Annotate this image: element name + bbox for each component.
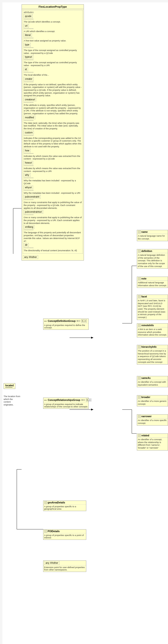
attr-dots-creator: ••••••••••	[24, 81, 82, 83]
attr-desc-xmllang: The language of this property and potent…	[24, 231, 82, 242]
main-type-box: FlexLocationPropType attributes qcode ••…	[22, 4, 84, 260]
broader-desc: An identifier of a more generic concept.	[137, 399, 168, 406]
main-box-title: FlexLocationPropType	[22, 4, 84, 9]
attr-desc-qcode: The QCode which identifies a concept.	[24, 20, 82, 24]
located-desc: The location from which the content orig…	[4, 395, 20, 406]
poi-details-box: □ POIDetails A group of properties speci…	[43, 529, 86, 540]
name-marker: □	[138, 231, 141, 233]
attr-name-xmllang: xmllang	[24, 225, 34, 229]
located-label: located	[5, 384, 14, 387]
concept-def-group-desc: A group of properties required to define…	[44, 323, 88, 330]
concept-rel-group-desc: A group of properties required to indica…	[44, 402, 88, 408]
attr-desc-type: The type of the concept assigned as cont…	[24, 49, 82, 54]
definition-desc: A natural language definition of the sem…	[137, 253, 168, 268]
narrower-label: narrower	[142, 415, 152, 418]
narrower-marker: □	[138, 415, 141, 418]
definition-label: definition	[142, 250, 152, 252]
name-box: □ name A natural language name for the c…	[137, 230, 168, 241]
attr-name-type: type	[24, 43, 31, 46]
concept-rel-group-label: ConceptRelationshipsGroup	[48, 399, 80, 402]
attr-how: how •••••••••• Indicates by which means …	[24, 149, 82, 160]
attributes-label: attributes	[24, 11, 82, 14]
related-marker: □	[138, 434, 141, 437]
located-box: located	[4, 383, 15, 389]
attr-dots-modified: ••••••••••	[24, 119, 82, 122]
attr-desc-modified: The date (and, optionally, the time) whe…	[24, 122, 82, 130]
remote-info-marker: □	[138, 324, 141, 327]
attr-dots-custom: ••••••••••	[24, 134, 82, 137]
attr-desc-literal: A free-text value assigned as property v…	[24, 40, 82, 42]
attr-qcode: qcode •••••••••• The QCode which identif…	[24, 14, 82, 24]
any-other-bottom-label: any ##other	[44, 561, 60, 565]
attr-type: type •••••••••• The type of the concept …	[24, 43, 82, 54]
attr-dots-dir: ••••••••••	[24, 247, 82, 249]
attr-dots-pubconstrainturi: ••••••••••	[24, 214, 82, 216]
concept-relationships-group-box: •••• ConceptRelationshipsGroup ⊞⊡ 0..∞ A…	[43, 398, 89, 409]
name-desc: A natural language name for the concept.	[137, 234, 168, 241]
attr-desc-whyuri: Why the metadata has been included - exp…	[24, 192, 82, 195]
note-label: note	[142, 277, 146, 280]
same-as-marker: □	[138, 377, 141, 379]
attr-name-custom: custom	[24, 131, 34, 134]
narrower-desc: An identifier of a more specific concept…	[137, 418, 168, 425]
poi-details-label: POIDetails	[48, 530, 60, 533]
geo-area-label: geoAreaDetails	[48, 501, 65, 504]
attr-name-modified: modified	[24, 116, 35, 119]
attr-name-how: how	[24, 149, 30, 152]
broader-marker: □	[138, 396, 141, 398]
facet-label: facet	[142, 295, 147, 298]
hierarchy-info-box: □ hierarchyInfo The position of a concep…	[137, 345, 168, 364]
attr-name-howuri: howuri	[24, 161, 33, 164]
attributes-section: attributes qcode •••••••••• The QCode wh…	[23, 10, 83, 254]
geo-area-desc: A group of properties specific to a geog…	[44, 504, 86, 511]
same-as-label: sameAs	[142, 377, 150, 379]
attr-desc-custom: Indicates if the corresponding property …	[24, 137, 82, 148]
any-other-bottom-desc: Extension point for user-defined propert…	[44, 565, 86, 572]
related-desc: An identifier of a concept, where the re…	[137, 438, 168, 450]
attr-dots-literal: ••••••••••	[24, 37, 82, 39]
attr-desc-pubconstrainturi: One or many constraints that apply to pu…	[24, 216, 82, 225]
note-box: □ note Additional natural language infor…	[137, 276, 168, 288]
attr-typeuri: typeuri •••••••••• The type of the conce…	[24, 55, 82, 67]
attr-dots-type: ••••••••••	[24, 46, 82, 49]
narrower-box: □ narrower An identifier of a more speci…	[137, 414, 168, 426]
attr-desc-creator: If the property value is not defined, sp…	[24, 83, 82, 97]
attr-name-whyuri: whyuri	[24, 186, 33, 189]
attr-dots-whyuri: ••••••••••	[24, 189, 82, 192]
note-desc: Additional natural language information …	[137, 281, 168, 288]
same-as-desc: An identifier of a concept with equivale…	[137, 380, 168, 387]
attr-dots-xmllang: ••••••••••	[24, 229, 82, 231]
broader-box: □ broader An identifier of a more generi…	[137, 395, 168, 406]
attr-name-pubconstraint: pubconstraint	[24, 195, 40, 198]
attr-modified: modified •••••••••• The date (and, optio…	[24, 116, 82, 130]
facet-marker: □	[138, 295, 141, 298]
attr-uri: uri •••••••••• A URI which identifies a …	[24, 24, 82, 33]
broader-label: broader	[142, 396, 150, 398]
name-label: name	[142, 231, 148, 233]
attr-desc-typeuri: The type of the concept assigned as cont…	[24, 61, 82, 67]
attr-desc-uri: A URI which identifies a concept.	[24, 30, 82, 33]
attr-dots-uri: ••••••••••	[24, 28, 82, 30]
attr-name-creatoruri: creatoruri	[24, 98, 36, 101]
poi-details-desc: A group of properties specific to a poin…	[44, 533, 86, 540]
remote-info-box: □ remoteInfo A link to an item or a web …	[137, 323, 168, 338]
attr-dir: dir •••••••••• The directionality of tex…	[24, 243, 82, 252]
located-connector-line	[5, 387, 12, 388]
facet-box: □ facet In NAR 1.8 and later, facet is d…	[137, 294, 168, 320]
attr-creatoruri: creatoruri •••••••••• If the attribute i…	[24, 98, 82, 115]
definition-marker: □	[138, 250, 141, 252]
attr-dots-qcode: ••••••••••	[24, 18, 82, 20]
attr-desc-pubconstraint: One or many constraints that apply to pu…	[24, 201, 82, 210]
attr-why: why •••••••••• Why the metadata has been…	[24, 173, 82, 185]
attr-desc-dir: The directionality of textual content (e…	[24, 249, 82, 252]
attr-pubconstrainturi: pubconstrainturi •••••••••• One or many …	[24, 210, 82, 225]
attr-desc-creatoruri: If the attribute is empty, specifies whi…	[24, 104, 82, 115]
attr-dots-why: ••••••••••	[24, 177, 82, 179]
attr-dots-typeuri: ••••••••••	[24, 59, 82, 61]
same-as-box: □ sameAs An identifier of a concept with…	[137, 376, 168, 387]
attr-pubconstraint: pubconstraint •••••••••• One or many con…	[24, 195, 82, 210]
attr-literal: literal •••••••••• A free-text value ass…	[24, 33, 82, 42]
attr-desc-id: The local identifier of the...	[24, 74, 82, 77]
geo-area-details-box: □ geoAreaDetails A group of properties s…	[43, 500, 86, 511]
hierarchy-info-marker: □	[138, 346, 141, 348]
